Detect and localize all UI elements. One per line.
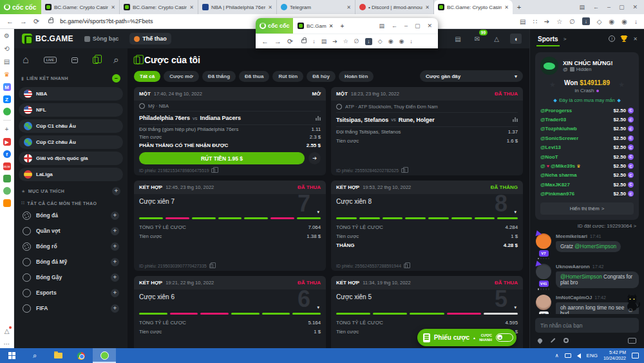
- popup-maximize-button[interactable]: ▢: [415, 23, 421, 29]
- expand-combo-icon[interactable]: ▾: [514, 210, 516, 215]
- tab-nba[interactable]: NBA | Philadelphia 76ers vs I ✕: [198, 0, 277, 14]
- filter-open[interactable]: Cược mở: [164, 71, 199, 82]
- tab-close-icon[interactable]: ✕: [111, 5, 115, 10]
- sidebar-item-cup-c2[interactable]: Cúp C2 châu Âu: [19, 135, 123, 149]
- language-indicator[interactable]: ENG: [587, 353, 598, 358]
- gif-keyboard-icon[interactable]: [628, 338, 636, 344]
- user-mention[interactable]: @HomerSimpson: [560, 274, 602, 280]
- expand-combo-icon[interactable]: ▾: [514, 305, 516, 310]
- forward-icon[interactable]: →: [20, 17, 27, 25]
- add-favorite-button[interactable]: +: [112, 187, 120, 195]
- mail-icon[interactable]: ✉99: [471, 34, 483, 44]
- ext-generic-icon[interactable]: ◇: [597, 18, 602, 25]
- cart-icon[interactable]: [3, 199, 11, 207]
- tab-discord[interactable]: • Discord | #mod-announc ✕: [355, 0, 434, 14]
- chrome-taskbar-icon[interactable]: [70, 348, 93, 363]
- live-icon[interactable]: LIVE: [44, 57, 57, 63]
- sidebar-sport-basketball[interactable]: Bóng rổ +: [19, 239, 123, 254]
- filter-lost[interactable]: Đã thua: [239, 71, 269, 82]
- popup-downloads-icon[interactable]: ↓: [410, 38, 413, 44]
- panel-icon[interactable]: ▤: [452, 34, 464, 44]
- chat-messages-area[interactable]: XIN CHÚC MỪNG! @Hidden ★ Won $14911.89 ★…: [530, 48, 644, 314]
- quick-bet-toggle[interactable]: ➔: [496, 333, 513, 342]
- adblock-ext-icon[interactable]: ∅: [569, 18, 575, 25]
- volume-icon[interactable]: [577, 353, 581, 358]
- hidden-icons-chevron[interactable]: ∧: [555, 353, 559, 358]
- popup-download-tray-icon[interactable]: ↓: [312, 38, 316, 44]
- tab-bcgame-2[interactable]: BC.Game: Crypto Casino Ga ✕: [120, 0, 198, 14]
- sidebar-sport-esports[interactable]: Esports +: [19, 285, 123, 300]
- filter-won[interactable]: Đã thắng: [202, 71, 236, 82]
- popup-new-tab-button[interactable]: +: [337, 23, 344, 30]
- popup-idm-icon[interactable]: ↓: [365, 38, 372, 45]
- nav-sports[interactable]: Thế thao: [129, 33, 171, 44]
- downloads-icon[interactable]: ↓: [634, 18, 638, 25]
- expand-sport-button[interactable]: +: [111, 258, 119, 266]
- share-ext-icon[interactable]: ➔: [544, 18, 549, 25]
- support-icon[interactable]: [564, 338, 569, 343]
- chat-rules-pen-icon[interactable]: [551, 338, 555, 342]
- bookmark-star-icon[interactable]: ☆: [556, 18, 562, 25]
- popup-ext-icon[interactable]: ◇: [378, 38, 383, 44]
- popup-adblock-icon[interactable]: ∅: [354, 38, 359, 44]
- stats-icon[interactable]: [513, 117, 518, 122]
- network-icon[interactable]: [565, 353, 571, 358]
- maximize-button[interactable]: ▢: [619, 4, 625, 10]
- close-chat-icon[interactable]: ✕: [633, 36, 638, 42]
- show-more-button[interactable]: Hiển thị thêm >: [540, 202, 634, 215]
- filter-refund[interactable]: Hoàn tiền: [339, 71, 374, 82]
- taskbar-search-icon[interactable]: ⌕: [23, 348, 46, 363]
- sidebar-item-national-league[interactable]: Giải vô địch quốc gia: [19, 152, 123, 165]
- popup-forward-icon[interactable]: →: [274, 37, 281, 45]
- tab-search-icon[interactable]: ▤: [579, 4, 585, 10]
- expand-sport-button[interactable]: +: [111, 289, 119, 297]
- popup-browser-window[interactable]: cốc cốc BC.Gam ✕ + ▤ ← – ▢ ✕ ← → ⟳ ↓ ▤ ➔: [256, 18, 438, 48]
- collapse-quick-links-button[interactable]: –: [112, 74, 120, 83]
- betslip-fab[interactable]: Phiếu cược ▴ CƯỢCNHANH ➔: [417, 329, 516, 346]
- chat-rules-icon[interactable]: !: [609, 35, 615, 42]
- filter-all[interactable]: Tất cả: [134, 71, 160, 82]
- popup-profile-icon[interactable]: ◉: [399, 38, 404, 44]
- gamepad-icon[interactable]: [3, 108, 11, 115]
- sidebar-item-nfl[interactable]: NFL: [19, 103, 123, 117]
- calendar-icon[interactable]: 23.10: [3, 162, 11, 170]
- accounts-ext-icon[interactable]: ◉: [609, 18, 615, 25]
- youtube-icon[interactable]: ▶: [3, 138, 11, 146]
- search-icon[interactable]: ⌕: [113, 54, 119, 66]
- copy-ticket-icon[interactable]: [211, 168, 215, 173]
- tab-telegram[interactable]: Telegram ✕: [277, 0, 355, 14]
- expand-combo-icon[interactable]: ▾: [317, 210, 319, 215]
- bell-icon[interactable]: △: [491, 34, 502, 44]
- promo-icon[interactable]: [3, 187, 11, 195]
- popup-star-icon[interactable]: ☆: [343, 38, 348, 44]
- stats-icon[interactable]: [316, 116, 321, 121]
- popup-tab-close-icon[interactable]: ✕: [329, 23, 334, 29]
- expand-sport-button[interactable]: +: [111, 304, 119, 313]
- popup-share-icon[interactable]: ➔: [332, 38, 337, 44]
- popup-refresh-icon[interactable]: ⟳: [287, 37, 293, 46]
- popup-tab[interactable]: BC.Gam ✕: [293, 23, 337, 29]
- messenger-icon[interactable]: M: [3, 83, 11, 91]
- gift-icon[interactable]: [3, 175, 11, 182]
- popup-pip-icon[interactable]: ▤: [379, 23, 384, 29]
- popup-return-icon[interactable]: ←: [392, 23, 397, 29]
- sidebar-item-nba[interactable]: NBA: [19, 87, 123, 101]
- cashout-button[interactable]: RÚT TIỀN 1.95 $: [139, 152, 305, 164]
- sidebar-sport-fifa[interactable]: FIFA +: [19, 300, 123, 316]
- add-sidebar-icon[interactable]: +: [3, 125, 11, 133]
- popup-minimize-button[interactable]: –: [404, 23, 408, 29]
- coccoc-brand[interactable]: cốc cốc: [0, 0, 41, 14]
- chat-input[interactable]: [535, 318, 639, 333]
- settings-gear-icon[interactable]: ⚙: [3, 32, 11, 40]
- tab-close-icon[interactable]: ✕: [268, 5, 272, 10]
- avatar[interactable]: [536, 264, 551, 279]
- new-tab-button[interactable]: +: [513, 0, 526, 14]
- sidebar-sport-football[interactable]: Bóng đá +: [19, 208, 123, 223]
- sidebar-sport-american-football[interactable]: Bóng đá Mỹ +: [19, 254, 123, 270]
- tab-return-icon[interactable]: ←: [593, 4, 599, 10]
- sort-dropdown[interactable]: Cược gần đây ▾: [420, 70, 523, 82]
- refresh-icon[interactable]: ⟳: [33, 17, 39, 26]
- zalo-icon[interactable]: Z: [3, 95, 11, 103]
- notification-bell-icon[interactable]: △: [3, 327, 11, 335]
- profile-icon[interactable]: ◉: [621, 18, 627, 25]
